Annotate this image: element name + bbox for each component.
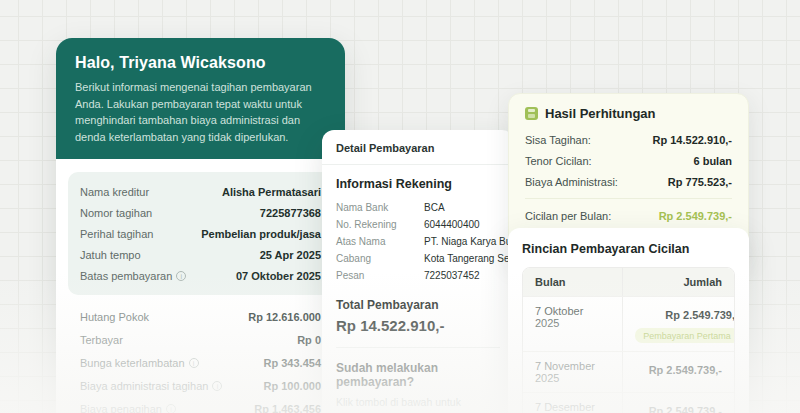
installment-amount: Rp 2.549.739,- xyxy=(665,309,735,321)
installment-amount: Rp 2.549.739,- xyxy=(649,364,722,376)
info-icon[interactable]: i xyxy=(176,271,186,281)
calc-value: 6 bulan xyxy=(693,155,732,167)
calc-row-tenor: Tenor Cicilan: 6 bulan xyxy=(525,150,732,171)
breakdown-label: Biaya administrasi tagihan xyxy=(80,380,208,392)
calc-label: Cicilan per Bulan: xyxy=(525,210,611,222)
account-value: 6044400400 xyxy=(424,219,480,230)
calc-row-monthly-installment: Cicilan per Bulan: Rp 2.549.739,- xyxy=(525,205,732,226)
column-header-month: Bulan xyxy=(523,268,622,296)
invoice-row-label: Perihal tagihan xyxy=(80,228,153,240)
breakdown-row-admin-fee: Biaya administrasi tagihani Rp 100.000 xyxy=(80,374,321,397)
installment-schedule-card: Rincian Pembayaran Cicilan Bulan Jumlah … xyxy=(508,228,749,413)
breakdown-value: Rp 12.616.000 xyxy=(248,311,321,323)
invoice-row-value: 25 Apr 2025 xyxy=(260,249,321,261)
breakdown-row-paid: Terbayar Rp 0 xyxy=(80,328,321,351)
installment-month: 7 Desember 2025 xyxy=(523,393,622,413)
account-label: Nama Bank xyxy=(336,202,424,213)
first-payment-badge: Pembayaran Pertama xyxy=(635,328,735,343)
invoice-row-due-date: Jatuh tempo 25 Apr 2025 xyxy=(80,244,321,265)
breakdown-label: Hutang Pokok xyxy=(80,311,149,323)
breakdown-value: Rp 1.463.456 xyxy=(254,403,321,413)
table-row: 7 Desember 2025 Rp 2.549.739,- xyxy=(523,392,734,413)
breakdown-row-late-interest: Bunga keterlambatani Rp 343.454 xyxy=(80,351,321,374)
installment-month: 7 November 2025 xyxy=(523,352,622,392)
account-row-branch: Cabang Kota Tangerang Selatan xyxy=(336,250,500,267)
payment-detail-header: Detail Pembayaran xyxy=(322,130,514,165)
divider xyxy=(336,347,500,348)
invoice-row-label: Nomor tagihan xyxy=(80,207,152,219)
account-label: Pesan xyxy=(336,270,424,281)
calculation-title: Hasil Perhitungan xyxy=(545,106,656,121)
invoice-row-value: Pembelian produk/jasa xyxy=(201,228,321,240)
payment-detail-card: Detail Pembayaran Informasi Rekening Nam… xyxy=(322,130,514,413)
invoice-row-subject: Perihal tagihan Pembelian produk/jasa xyxy=(80,223,321,244)
account-row-number: No. Rekening 6044400400 xyxy=(336,216,500,233)
info-icon[interactable]: i xyxy=(212,381,222,391)
total-payment-value: Rp 14.522.910,- xyxy=(336,317,500,334)
account-value: BCA xyxy=(424,202,445,213)
account-label: No. Rekening xyxy=(336,219,424,230)
invoice-info-box: Nama kreditur Alisha Permatasari Nomor t… xyxy=(68,172,333,295)
account-row-bank: Nama Bank BCA xyxy=(336,199,500,216)
breakdown-label: Terbayar xyxy=(80,334,123,346)
greeting-header: Halo, Triyana Wicaksono Berikut informas… xyxy=(56,38,345,159)
installment-table: Bulan Jumlah 7 Oktober 2025 Rp 2.549.739… xyxy=(522,267,735,413)
breakdown-value: Rp 343.454 xyxy=(264,357,321,369)
account-row-holder: Atas Nama PT. Niaga Karya Budim xyxy=(336,233,500,250)
breakdown-value: Rp 100.000 xyxy=(264,380,321,392)
invoice-body: Nama kreditur Alisha Permatasari Nomor t… xyxy=(56,159,345,413)
calc-value: Rp 14.522.910,- xyxy=(653,134,733,146)
breakdown-row-collection-fee: Biaya penagihani Rp 1.463.456 xyxy=(80,397,321,413)
calculation-title-row: Hasil Perhitungan xyxy=(525,106,732,121)
account-label: Cabang xyxy=(336,253,424,264)
calc-label: Sisa Tagihan: xyxy=(525,134,591,146)
calc-row-admin-fee: Biaya Administrasi: Rp 775.523,- xyxy=(525,171,732,192)
invoice-row-payment-deadline: Batas pembayarani 07 Oktober 2025 xyxy=(80,265,321,286)
calc-row-remaining: Sisa Tagihan: Rp 14.522.910,- xyxy=(525,129,732,150)
breakdown-label: Bunga keterlambatan xyxy=(80,357,185,369)
calc-label: Tenor Cicilan: xyxy=(525,155,592,167)
invoice-row-number: Nomor tagihan 7225877368 xyxy=(80,202,321,223)
cost-breakdown: Hutang Pokok Rp 12.616.000 Terbayar Rp 0… xyxy=(68,295,333,413)
installment-title: Rincian Pembayaran Cicilan xyxy=(522,242,735,256)
greeting-title: Halo, Triyana Wicaksono xyxy=(75,54,326,72)
account-label: Atas Nama xyxy=(336,236,424,247)
column-header-amount: Jumlah xyxy=(622,268,734,296)
installment-amount: Rp 2.549.739,- xyxy=(649,405,722,413)
invoice-row-value: 07 Oktober 2025 xyxy=(236,270,321,282)
confirm-question: Sudah melakukan pembayaran? xyxy=(336,361,500,389)
invoice-row-creditor: Nama kreditur Alisha Permatasari xyxy=(80,181,321,202)
invoice-row-label: Batas pembayaran xyxy=(80,270,172,282)
info-icon[interactable]: i xyxy=(189,358,199,368)
breakdown-label: Biaya penagihan xyxy=(80,403,162,413)
invoice-row-label: Nama kreditur xyxy=(80,186,149,198)
table-row: 7 Oktober 2025 Rp 2.549.739,- Pembayaran… xyxy=(523,296,734,351)
calc-value-highlight: Rp 2.549.739,- xyxy=(659,210,732,222)
table-row: 7 November 2025 Rp 2.549.739,- xyxy=(523,351,734,392)
calculator-icon xyxy=(525,107,538,120)
table-header-row: Bulan Jumlah xyxy=(523,268,734,296)
installment-month: 7 Oktober 2025 xyxy=(523,297,622,351)
divider xyxy=(525,198,732,199)
invoice-row-value: 7225877368 xyxy=(260,207,321,219)
greeting-description: Berikut informasi mengenai tagihan pemba… xyxy=(75,79,326,145)
invoice-summary-card: Halo, Triyana Wicaksono Berikut informas… xyxy=(56,38,345,413)
account-section-title: Informasi Rekening xyxy=(336,177,500,191)
payment-detail-body: Informasi Rekening Nama Bank BCA No. Rek… xyxy=(322,165,514,413)
total-payment-label: Total Pembayaran xyxy=(336,298,500,312)
breakdown-value: Rp 0 xyxy=(297,334,321,346)
calc-label: Biaya Administrasi: xyxy=(525,176,618,188)
calc-value: Rp 775.523,- xyxy=(668,176,732,188)
info-icon[interactable]: i xyxy=(166,404,176,413)
account-value: 7225037452 xyxy=(424,270,480,281)
confirm-hint: Klik tombol di bawah untuk mengonfirmasi… xyxy=(336,395,500,413)
breakdown-row-principal: Hutang Pokok Rp 12.616.000 xyxy=(80,305,321,328)
invoice-row-value: Alisha Permatasari xyxy=(222,186,321,198)
account-row-message: Pesan 7225037452 xyxy=(336,267,500,284)
invoice-row-label: Jatuh tempo xyxy=(80,249,141,261)
